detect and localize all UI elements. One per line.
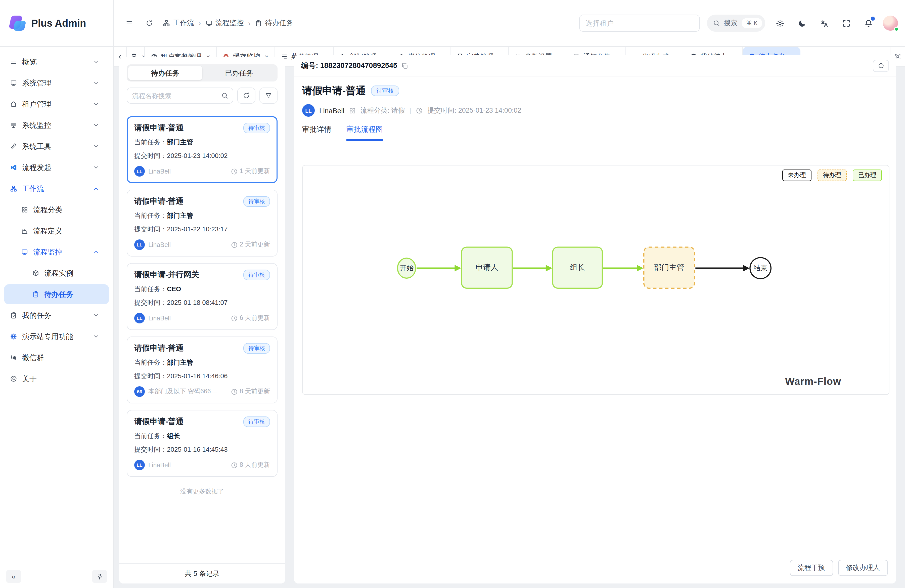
globe-icon <box>10 333 17 340</box>
card-owner-name: LinaBell <box>148 315 171 322</box>
sidebar-item-label: 我的任务 <box>22 311 51 320</box>
tenant-select-input[interactable] <box>579 14 700 32</box>
card-current-task: 当前任务：部门主管 <box>134 211 270 220</box>
sidebar-item-系统监控[interactable]: 系统监控 <box>4 115 109 135</box>
no-more-data-text: 没有更多数据了 <box>119 483 285 496</box>
sidebar-item-系统工具[interactable]: 系统工具 <box>4 136 109 156</box>
sidebar-item-label: 演示站专用功能 <box>22 332 73 341</box>
avatar: 66 <box>134 386 145 397</box>
sidebar-collapse-button[interactable] <box>123 17 136 30</box>
sidebar-item-系统管理[interactable]: 系统管理 <box>4 73 109 93</box>
sidebar-item-流程实例[interactable]: 流程实例 <box>4 263 109 283</box>
cube-icon <box>32 270 39 277</box>
settings-button[interactable] <box>772 16 788 31</box>
notification-dot <box>871 17 875 21</box>
task-tab-已办任务[interactable]: 已办任务 <box>202 66 276 80</box>
monitor-icon <box>21 248 28 256</box>
process-meta-row: LL LinaBell 流程分类: 请假 | 提交时间: 2025-01-23 … <box>302 104 888 117</box>
card-footer: LLLinaBell6 天前更新 <box>134 313 270 323</box>
chevron-down-icon <box>93 122 99 128</box>
sidebar-item-概览[interactable]: 概览 <box>4 52 109 72</box>
sidebar-item-label: 流程监控 <box>33 247 62 257</box>
task-refresh-button[interactable] <box>237 87 256 103</box>
task-card[interactable]: 请假申请-普通待审核当前任务：部门主管提交时间：2025-01-16 14:46… <box>127 337 278 404</box>
card-updated: 2 天前更新 <box>230 240 270 249</box>
search-icon <box>221 92 228 99</box>
sidebar-item-流程发起[interactable]: 流程发起 <box>4 157 109 178</box>
sidebar-item-label: 工作流 <box>22 184 44 194</box>
detail-tabs: 审批详情审批流程图 <box>302 125 888 141</box>
footer-button-修改办理人[interactable]: 修改办理人 <box>838 560 888 576</box>
sidebar-item-label: 流程定义 <box>33 226 62 236</box>
task-search-button[interactable] <box>216 88 233 103</box>
sitemap-icon <box>10 185 17 192</box>
home-icon <box>10 100 17 108</box>
sidebar-item-微信群[interactable]: 微信群 <box>4 348 109 368</box>
task-card[interactable]: 请假申请-普通待审核当前任务：部门主管提交时间：2025-01-23 14:00… <box>127 116 278 183</box>
card-submit-time: 提交时间：2025-01-18 08:41:07 <box>134 298 270 307</box>
sidebar-item-流程分类[interactable]: 流程分类 <box>4 200 109 220</box>
sidebar-item-演示站专用功能[interactable]: 演示站专用功能 <box>4 326 109 346</box>
user-avatar[interactable] <box>883 16 898 31</box>
online-status-dot <box>894 27 899 32</box>
copy-icon[interactable] <box>401 62 408 69</box>
detail-header: 编号: 1882307280470892545 <box>294 55 896 76</box>
avatar: LL <box>134 313 145 323</box>
card-header: 请假申请-普通待审核 <box>134 416 270 427</box>
global-search-button[interactable]: 搜索 ⌘ K <box>707 14 765 32</box>
clock-icon <box>230 241 238 248</box>
breadcrumb-item[interactable]: 待办任务 <box>255 19 294 28</box>
record-count: 共 5 条记录 <box>119 563 285 583</box>
card-header: 请假申请-普通待审核 <box>134 343 270 354</box>
breadcrumb-label: 工作流 <box>173 19 194 28</box>
task-card[interactable]: 请假申请-普通待审核当前任务：部门主管提交时间：2025-01-22 10:23… <box>127 190 278 256</box>
task-filter-button[interactable] <box>259 87 278 103</box>
translate-icon <box>820 19 828 27</box>
sidebar-item-待办任务[interactable]: 待办任务 <box>4 284 109 304</box>
detail-refresh-button[interactable] <box>873 60 889 72</box>
collapse-sidebar-button[interactable]: « <box>6 570 21 583</box>
detail-tab-审批详情[interactable]: 审批详情 <box>302 125 331 141</box>
card-footer: LLLinaBell1 天前更新 <box>134 166 270 176</box>
task-card[interactable]: 请假申请-普通待审核当前任务：组长提交时间：2025-01-16 14:45:4… <box>127 410 278 477</box>
sidebar-item-label: 流程分类 <box>33 205 62 215</box>
monitor-icon <box>205 20 213 27</box>
breadcrumb-item[interactable]: 流程监控 <box>205 19 244 28</box>
sidebar-item-流程定义[interactable]: 流程定义 <box>4 221 109 241</box>
page-refresh-button[interactable] <box>143 17 156 30</box>
flow-diagram[interactable]: 开始申请人组长部门主管结束 <box>303 165 889 394</box>
pin-sidebar-button[interactable] <box>92 570 107 583</box>
flow-arrowhead <box>743 265 749 271</box>
clock-icon <box>230 461 238 469</box>
gear-icon <box>776 19 784 27</box>
breadcrumb-label: 流程监控 <box>216 19 244 28</box>
flow-arrowhead <box>454 265 461 271</box>
flow-node-label: 组长 <box>570 263 585 271</box>
chevron-down-icon <box>93 80 99 86</box>
task-tab-待办任务[interactable]: 待办任务 <box>128 66 202 80</box>
sidebar-item-label: 系统监控 <box>22 121 51 130</box>
notifications-button[interactable] <box>861 16 876 31</box>
fullscreen-button[interactable] <box>838 16 854 31</box>
detail-tab-审批流程图[interactable]: 审批流程图 <box>346 125 383 141</box>
logo[interactable]: Plus Admin <box>0 0 114 46</box>
sidebar-item-关于[interactable]: 关于 <box>4 369 109 389</box>
chevron-down-icon <box>93 312 99 318</box>
avatar: LL <box>134 460 145 470</box>
sidebar-item-流程监控[interactable]: 流程监控 <box>4 242 109 262</box>
breadcrumb-item[interactable]: 工作流 <box>163 19 194 28</box>
task-list-panel: 待办任务已办任务 请假申请-普通待审核当前任务：部门主管提交时间：2025-01… <box>119 57 285 583</box>
sidebar-item-工作流[interactable]: 工作流 <box>4 178 109 199</box>
task-search-input[interactable] <box>127 88 216 103</box>
footer-button-流程干预[interactable]: 流程干预 <box>790 560 833 576</box>
clock-icon <box>416 107 423 114</box>
sidebar-item-label: 流程实例 <box>44 269 73 278</box>
card-status-badge: 待审核 <box>243 416 270 427</box>
sidebar-item-租户管理[interactable]: 租户管理 <box>4 94 109 114</box>
dark-mode-button[interactable] <box>794 16 810 31</box>
sidebar-item-我的任务[interactable]: 我的任务 <box>4 305 109 326</box>
task-card[interactable]: 请假申请-并行网关待审核当前任务：CEO提交时间：2025-01-18 08:4… <box>127 263 278 330</box>
language-button[interactable] <box>816 16 832 31</box>
card-status-badge: 待审核 <box>243 196 270 207</box>
app-root: Plus Admin 工作流›流程监控›待办任务 搜索 ⌘ K 概览系统管理租户… <box>0 0 905 588</box>
